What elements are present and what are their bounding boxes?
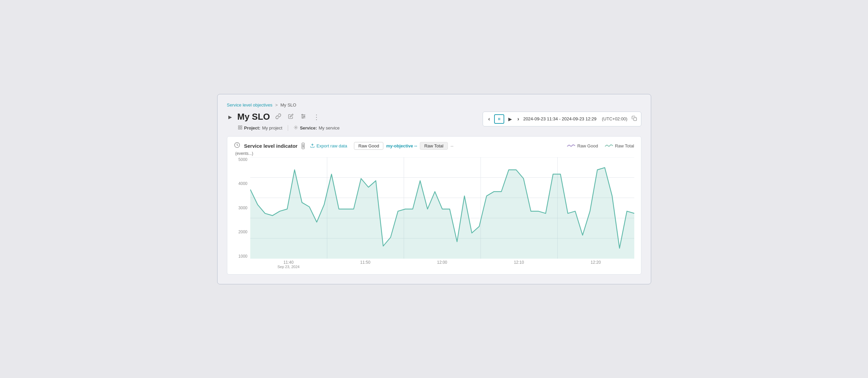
service-meta: Service: My service <box>288 125 345 131</box>
time-next-button[interactable]: › <box>516 115 520 123</box>
svg-rect-11 <box>498 118 499 120</box>
x-label-1220: 12:20 <box>557 260 634 269</box>
title-line: ▶ My SLO <box>227 112 345 122</box>
expand-button[interactable]: ▶ <box>227 114 233 120</box>
main-container: Service level objectives > My SLO ▶ My S… <box>217 94 651 284</box>
raw-total-badge[interactable]: Raw Total <box>420 142 448 150</box>
breadcrumb-parent[interactable]: Service level objectives <box>227 102 273 108</box>
svg-rect-8 <box>240 128 242 129</box>
legend-total-icon <box>605 144 613 148</box>
sli-title: Service level indicator <box>244 143 298 149</box>
svg-point-5 <box>302 117 303 118</box>
chart-y-label: (events...) <box>235 151 634 156</box>
legend-good-icon <box>567 144 575 148</box>
svg-rect-7 <box>240 125 242 127</box>
objective-label: my-objective -- <box>386 143 417 148</box>
settings-button[interactable] <box>299 112 308 122</box>
x-date-1140: Sep 23, 2024 <box>250 265 327 269</box>
chart-x-axis: 11:40 Sep 23, 2024 11:50 12:00 12:10 12:… <box>250 260 634 269</box>
x-time-1150: 11:50 <box>327 260 404 265</box>
time-play-button[interactable]: ▶ <box>507 116 513 122</box>
breadcrumb-separator: > <box>275 102 278 108</box>
time-prev-button[interactable]: ‹ <box>487 115 491 123</box>
link-button[interactable] <box>274 112 283 122</box>
export-icon <box>310 143 315 148</box>
legend-total-label: Raw Total <box>615 143 634 148</box>
export-button[interactable]: Export raw data <box>310 143 347 148</box>
y-tick-4000: 4000 <box>234 181 248 186</box>
time-timezone: (UTC+02:00) <box>602 116 628 121</box>
meta-row: Project: My project Service: My service <box>238 125 345 131</box>
service-icon <box>293 125 298 131</box>
project-value: My project <box>262 125 282 131</box>
y-tick-2000: 2000 <box>234 230 248 234</box>
chart-svg <box>250 157 634 259</box>
header-row: ▶ My SLO <box>227 112 641 131</box>
x-label-1150: 11:50 <box>327 260 404 269</box>
x-time-1220: 12:20 <box>557 260 634 265</box>
svg-point-4 <box>304 116 305 117</box>
svg-point-10 <box>295 127 297 128</box>
sli-card: Service level indicator ℹ Export raw dat… <box>227 136 641 275</box>
y-tick-3000: 3000 <box>234 206 248 210</box>
legend-good-label: Raw Good <box>577 143 598 148</box>
time-copy-button[interactable] <box>632 116 637 122</box>
page-title: My SLO <box>237 112 270 122</box>
project-label: Project: <box>244 125 260 131</box>
sli-legend: Raw Good Raw Total <box>567 143 634 148</box>
svg-point-3 <box>302 114 303 115</box>
raw-good-badge[interactable]: Raw Good <box>354 142 383 150</box>
chart-area: 5000 4000 3000 2000 1000 <box>234 157 634 259</box>
x-label-1140: 11:40 Sep 23, 2024 <box>250 260 327 269</box>
chart-y-axis: 5000 4000 3000 2000 1000 <box>234 157 250 259</box>
legend-total: Raw Total <box>605 143 634 148</box>
pause-icon <box>497 117 501 121</box>
sli-info-button[interactable]: ℹ <box>302 143 305 149</box>
copy-icon <box>632 116 637 121</box>
link-icon <box>275 113 281 119</box>
service-value: My service <box>318 125 339 131</box>
svg-rect-13 <box>634 118 637 121</box>
x-label-1210: 12:10 <box>481 260 557 269</box>
title-block: ▶ My SLO <box>227 112 345 131</box>
chart-svg-container <box>250 157 634 259</box>
edit-icon <box>288 114 293 119</box>
metric-separator: -- <box>451 143 454 148</box>
y-tick-5000: 5000 <box>234 157 248 162</box>
time-range: 2024-09-23 11:34 - 2024-09-23 12:29 <box>523 116 596 121</box>
chart-fill-area <box>250 167 634 258</box>
more-button[interactable]: ⋮ <box>312 112 321 122</box>
legend-good: Raw Good <box>567 143 598 148</box>
svg-rect-9 <box>238 128 239 129</box>
chart-wrapper: (events...) 5000 4000 3000 2000 1000 <box>234 151 634 269</box>
x-time-1140: 11:40 <box>250 260 327 265</box>
sli-title-icon <box>234 142 240 149</box>
x-time-1200: 12:00 <box>404 260 480 265</box>
service-label: Service: <box>300 125 317 131</box>
project-icon <box>238 125 242 131</box>
project-meta: Project: My project <box>238 125 288 131</box>
breadcrumb-current: My SLO <box>280 102 296 108</box>
x-label-1200: 12:00 <box>404 260 480 269</box>
sli-card-top-row: Service level indicator ℹ Export raw dat… <box>234 142 634 150</box>
svg-rect-12 <box>500 118 500 120</box>
time-pause-button[interactable] <box>494 114 504 124</box>
y-tick-1000: 1000 <box>234 254 248 259</box>
sli-left: Service level indicator ℹ <box>234 142 305 149</box>
time-controls: ‹ ▶ › 2024-09-23 11:34 - 2024-09-23 12:2… <box>483 112 641 126</box>
svg-rect-6 <box>238 125 239 127</box>
export-label: Export raw data <box>316 143 347 148</box>
x-time-1210: 12:10 <box>481 260 557 265</box>
edit-button[interactable] <box>287 112 295 122</box>
settings-icon <box>300 113 306 119</box>
breadcrumb: Service level objectives > My SLO <box>227 102 641 108</box>
